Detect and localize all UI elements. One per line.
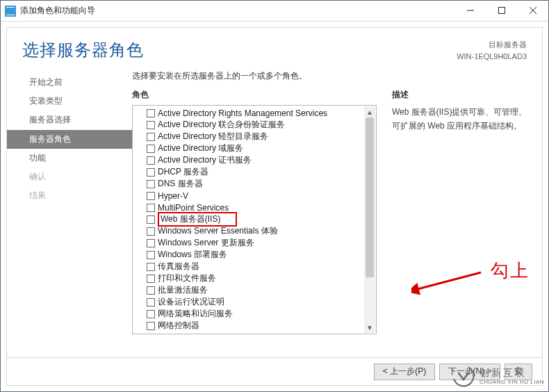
role-checkbox[interactable] — [147, 227, 155, 236]
nav-item[interactable]: 功能 — [7, 149, 132, 168]
maximize-button[interactable] — [486, 1, 517, 21]
role-label: 网络控制器 — [158, 320, 199, 332]
two-panes: 角色 Active Directory Rights Management Se… — [132, 89, 530, 334]
body-row: 开始之前安装类型服务器选择服务器角色功能确认结果 选择要安装在所选服务器上的一个… — [7, 67, 542, 357]
role-checkbox[interactable] — [147, 133, 155, 141]
role-row[interactable]: Windows Server 更新服务 — [136, 237, 363, 249]
role-checkbox[interactable] — [147, 145, 155, 153]
role-label: 设备运行状况证明 — [158, 296, 224, 308]
role-checkbox[interactable] — [147, 275, 155, 283]
role-row[interactable]: 打印和文件服务 — [136, 272, 363, 284]
role-checkbox[interactable] — [147, 298, 155, 307]
role-label: Hyper-V — [158, 191, 188, 201]
role-checkbox[interactable] — [147, 251, 155, 259]
instruction-text: 选择要安装在所选服务器上的一个或多个角色。 — [132, 70, 530, 82]
nav-column: 开始之前安装类型服务器选择服务器角色功能确认结果 — [7, 67, 132, 357]
role-checkbox[interactable] — [147, 192, 155, 200]
role-label: Active Directory 联合身份验证服务 — [158, 119, 285, 131]
role-checkbox[interactable] — [147, 121, 155, 129]
role-row[interactable]: Active Directory 证书服务 — [136, 154, 363, 166]
nav-item[interactable]: 服务器角色 — [7, 130, 132, 149]
title-bar: 添加角色和功能向导 — [1, 1, 548, 22]
role-checkbox[interactable] — [147, 180, 155, 188]
roles-scroll-area[interactable]: Active Directory Rights Management Servi… — [136, 107, 363, 332]
target-server-block: 目标服务器 WIN-1EQL9H0LAD3 — [457, 39, 527, 62]
role-row[interactable]: ▸文件和存储服务 (1 个已安装 , 共 12 个) — [136, 332, 363, 332]
role-row[interactable]: 网络策略和访问服务 — [136, 308, 363, 320]
nav-item[interactable]: 安装类型 — [7, 92, 132, 111]
close-button[interactable] — [517, 1, 548, 21]
window-controls — [454, 1, 548, 22]
role-label: 传真服务器 — [158, 261, 199, 272]
role-checkbox[interactable] — [147, 215, 155, 224]
svg-rect-1 — [498, 8, 505, 14]
role-checkbox[interactable] — [147, 156, 155, 165]
role-row[interactable]: DHCP 服务器 — [136, 166, 363, 178]
prev-button[interactable]: < 上一步(P) — [374, 364, 435, 380]
role-label: Windows Server 更新服务 — [158, 237, 254, 249]
nav-item: 确认 — [7, 168, 132, 186]
role-label: Active Directory Rights Management Servi… — [158, 108, 327, 118]
role-label: Windows 部署服务 — [158, 249, 227, 261]
title-left: 添加角色和功能向导 — [5, 5, 95, 17]
role-label: Active Directory 证书服务 — [158, 154, 252, 166]
roles-pane: 角色 Active Directory Rights Management Se… — [132, 89, 377, 334]
role-row[interactable]: Active Directory 域服务 — [136, 142, 363, 154]
role-row[interactable]: 设备运行状况证明 — [136, 296, 363, 308]
scroll-thumb[interactable] — [366, 117, 374, 277]
role-row[interactable]: Web 服务器(IIS) — [136, 213, 363, 225]
role-label: 文件和存储服务 (1 个已安装 , 共 12 个) — [157, 332, 301, 332]
role-row[interactable]: DNS 服务器 — [136, 178, 363, 190]
next-button[interactable]: 下一步(N) > — [439, 364, 500, 380]
role-label: Web 服务器(IIS) — [158, 212, 237, 227]
role-label: DNS 服务器 — [158, 178, 203, 190]
description-text: Web 服务器(IIS)提供可靠、可管理、可扩展的 Web 应用程序基础结构。 — [392, 105, 530, 133]
target-server-label: 目标服务器 — [457, 39, 527, 51]
window-title: 添加角色和功能向导 — [20, 5, 95, 17]
footer-row: < 上一步(P) 下一步(N) > 安 — [7, 357, 542, 385]
role-label: 网络策略和访问服务 — [158, 308, 233, 320]
role-row[interactable]: Active Directory 联合身份验证服务 — [136, 119, 363, 131]
wizard-window: 添加角色和功能向导 选择服务器角色 目标服务器 WIN-1EQL9H0LAD3 … — [0, 0, 549, 392]
minimize-button[interactable] — [454, 1, 486, 21]
role-row[interactable]: 传真服务器 — [136, 261, 363, 272]
role-row[interactable]: 网络控制器 — [136, 320, 363, 332]
nav-item[interactable]: 开始之前 — [7, 73, 132, 92]
scroll-down-icon[interactable]: ▼ — [364, 322, 375, 333]
role-label: Windows Server Essentials 体验 — [158, 225, 278, 237]
role-label: 批量激活服务 — [158, 284, 208, 296]
role-checkbox[interactable] — [147, 239, 155, 247]
role-label: DHCP 服务器 — [158, 166, 208, 178]
role-row[interactable]: 批量激活服务 — [136, 284, 363, 296]
role-checkbox[interactable] — [147, 204, 155, 212]
header-band: 选择服务器角色 目标服务器 WIN-1EQL9H0LAD3 — [7, 28, 542, 67]
role-checkbox[interactable] — [147, 310, 155, 318]
description-pane: 描述 Web 服务器(IIS)提供可靠、可管理、可扩展的 Web 应用程序基础结… — [392, 89, 530, 334]
role-checkbox[interactable] — [147, 168, 155, 177]
role-label: 打印和文件服务 — [158, 272, 216, 284]
nav-item[interactable]: 服务器选择 — [7, 111, 132, 129]
roles-listbox: Active Directory Rights Management Servi… — [132, 105, 377, 334]
wizard-inner: 选择服务器角色 目标服务器 WIN-1EQL9H0LAD3 开始之前安装类型服务… — [6, 27, 543, 386]
scroll-up-icon[interactable]: ▲ — [364, 106, 375, 117]
role-checkbox[interactable] — [147, 263, 155, 271]
role-row[interactable]: Windows 部署服务 — [136, 249, 363, 261]
role-row[interactable]: Windows Server Essentials 体验 — [136, 225, 363, 237]
role-label: MultiPoint Services — [158, 203, 229, 213]
role-row[interactable]: Active Directory 轻型目录服务 — [136, 131, 363, 142]
description-label: 描述 — [392, 89, 530, 101]
role-checkbox[interactable] — [147, 109, 155, 117]
scrollbar[interactable]: ▲ ▼ — [364, 106, 375, 333]
role-row[interactable]: Active Directory Rights Management Servi… — [136, 107, 363, 119]
role-label: Active Directory 域服务 — [158, 142, 243, 154]
content-column: 选择要安装在所选服务器上的一个或多个角色。 角色 Active Director… — [132, 67, 542, 357]
page-title: 选择服务器角色 — [22, 39, 144, 61]
app-icon — [5, 6, 16, 17]
install-button[interactable]: 安 — [505, 364, 532, 380]
role-checkbox[interactable] — [147, 286, 155, 295]
roles-label: 角色 — [132, 89, 377, 101]
role-checkbox[interactable] — [147, 322, 155, 330]
role-row[interactable]: Hyper-V — [136, 190, 363, 202]
target-server-value: WIN-1EQL9H0LAD3 — [457, 51, 527, 63]
role-label: Active Directory 轻型目录服务 — [158, 131, 268, 142]
